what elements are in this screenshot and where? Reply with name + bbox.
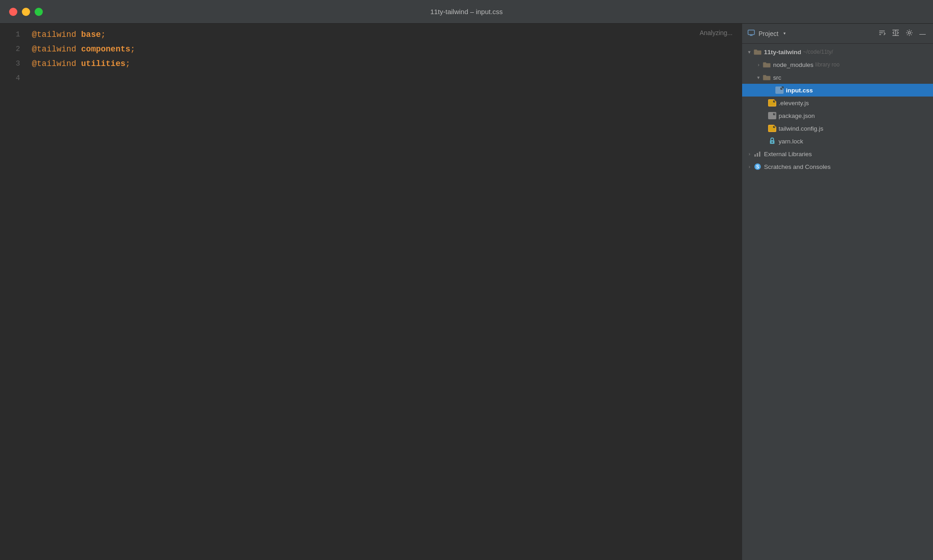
code-line-1: @tailwind base ; [32, 27, 742, 42]
code-line-4 [32, 71, 742, 86]
line-number-1: 1 [0, 27, 20, 42]
tree-item-eleventy[interactable]: .eleventy.js [742, 97, 933, 109]
root-expand-icon: ▾ [746, 49, 753, 55]
analyzing-status: Analyzing... [700, 29, 733, 36]
lock-file-badge [769, 137, 775, 146]
tailwind-value-2: components [81, 42, 130, 56]
svg-rect-19 [754, 154, 756, 157]
project-sidebar: Project ▾ [742, 24, 933, 560]
eleventy-file-icon [768, 99, 777, 107]
tree-item-yarn-lock[interactable]: yarn.lock [742, 135, 933, 148]
svg-point-18 [772, 141, 773, 143]
root-folder-icon [753, 48, 762, 56]
package-json-name: package.json [779, 112, 815, 119]
tailwind-config-name: tailwind.config.js [779, 125, 823, 132]
node-modules-expand-icon: › [755, 62, 762, 67]
svg-rect-20 [757, 153, 758, 157]
minimize-button[interactable] [22, 8, 30, 16]
at-tailwind-3: @tailwind [32, 56, 76, 71]
line-number-4: 4 [0, 71, 20, 86]
minimize-sidebar-button[interactable]: — [918, 29, 928, 38]
editor-area[interactable]: Analyzing... 1 2 3 4 @tailwind base ; @t… [0, 24, 742, 560]
maximize-button[interactable] [35, 8, 43, 16]
external-libraries-name: External Libraries [764, 151, 812, 158]
svg-rect-1 [750, 35, 753, 36]
external-libraries-icon [753, 150, 762, 158]
code-line-3: @tailwind utilities ; [32, 56, 742, 71]
editor-content: 1 2 3 4 @tailwind base ; @tailwind compo… [0, 24, 742, 560]
input-css-file-icon [775, 87, 784, 94]
scratches-expand-icon: › [746, 164, 753, 169]
window-title: 11ty-tailwind – input.css [430, 8, 502, 15]
settings-button[interactable] [904, 28, 915, 39]
code-line-2: @tailwind components ; [32, 42, 742, 56]
line-number-2: 2 [0, 42, 20, 56]
svg-point-8 [908, 32, 911, 34]
at-tailwind-2: @tailwind [32, 42, 76, 56]
sidebar-dropdown-arrow[interactable]: ▾ [783, 30, 786, 37]
semi-1: ; [101, 27, 106, 42]
svg-rect-0 [748, 30, 754, 35]
tailwind-value-3: utilities [81, 56, 125, 71]
js-file-badge-tailwind [768, 125, 776, 132]
package-json-file-icon [768, 112, 777, 119]
scratches-icon: S [753, 163, 762, 170]
eleventy-name: .eleventy.js [779, 100, 809, 107]
line-numbers: 1 2 3 4 [0, 24, 27, 560]
main-layout: Analyzing... 1 2 3 4 @tailwind base ; @t… [0, 24, 933, 560]
tree-item-node-modules[interactable]: › node_modules library roo [742, 58, 933, 71]
close-button[interactable] [9, 8, 17, 16]
node-modules-name: node_modules [773, 61, 814, 68]
expand-all-button[interactable] [890, 29, 901, 38]
sidebar-title: Project [759, 30, 779, 37]
svg-text:S: S [756, 164, 759, 169]
js-file-badge-eleventy [768, 99, 776, 107]
tree-item-input-css[interactable]: input.css [742, 84, 933, 97]
external-libraries-expand-icon: › [746, 151, 753, 157]
src-folder-icon [762, 74, 771, 81]
semi-3: ; [125, 56, 130, 71]
input-css-name: input.css [786, 87, 813, 94]
node-modules-hint: library roo [815, 61, 840, 68]
node-modules-folder-icon [762, 61, 771, 68]
sort-button[interactable] [877, 29, 887, 38]
at-tailwind-1: @tailwind [32, 27, 76, 42]
project-tree[interactable]: ▾ 11ty-tailwind ~/code/11ty/ › node_modu [742, 44, 933, 560]
project-panel-icon [748, 30, 755, 38]
tree-item-external-libraries[interactable]: › External Libraries [742, 148, 933, 160]
line-number-3: 3 [0, 56, 20, 71]
tailwind-config-file-icon [768, 125, 777, 132]
tree-item-tailwind-config[interactable]: tailwind.config.js [742, 122, 933, 135]
scratches-name: Scratches and Consoles [764, 163, 830, 170]
semi-2: ; [130, 42, 135, 56]
yarn-lock-name: yarn.lock [779, 138, 803, 145]
sidebar-header: Project ▾ [742, 24, 933, 44]
src-expand-icon: ▾ [755, 75, 762, 81]
window-controls [9, 8, 43, 16]
root-name: 11ty-tailwind [764, 49, 801, 56]
code-editor[interactable]: @tailwind base ; @tailwind components ; … [27, 24, 742, 560]
src-name: src [773, 74, 781, 81]
tailwind-value-1: base [81, 27, 101, 42]
root-path: ~/code/11ty/ [803, 49, 833, 55]
yarn-lock-file-icon [768, 137, 777, 145]
tree-item-src[interactable]: ▾ src [742, 71, 933, 84]
svg-rect-21 [759, 152, 760, 157]
tree-item-package-json[interactable]: package.json [742, 109, 933, 122]
sidebar-actions: — [877, 28, 928, 39]
json-file-badge [768, 112, 776, 119]
tree-item-scratches[interactable]: › S Scratches and Consoles [742, 160, 933, 173]
css-file-badge [775, 87, 784, 94]
titlebar: 11ty-tailwind – input.css [0, 0, 933, 24]
tree-root[interactable]: ▾ 11ty-tailwind ~/code/11ty/ [742, 46, 933, 58]
